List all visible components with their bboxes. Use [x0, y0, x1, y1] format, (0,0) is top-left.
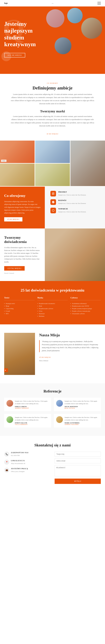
kontakt-section: Skontaktuj się z nami 📞 ZADZWOŃ DO NAS 0…	[0, 436, 105, 492]
misja-image: ★	[4, 333, 35, 375]
co-robimy-readmore[interactable]: IŹ DO WIĘCEJ	[47, 133, 58, 135]
kontakt-form: WYŚLIJ	[55, 452, 101, 484]
co-robimy-tag: CO ROBIMY	[4, 82, 101, 84]
hero-img-2	[67, 8, 83, 23]
hamburger-icon[interactable]	[98, 2, 101, 4]
service-wsparcie: WSPARCIE Sample text. Click to select th…	[50, 208, 101, 213]
ref-text-4: Sample text. Click to select the Test bo…	[65, 416, 99, 421]
list-item: Projekt cyfrowy transakcyjny	[70, 310, 101, 312]
list-item: SEO	[4, 312, 35, 315]
portfolio-item-1[interactable]: Colors	[0, 140, 35, 163]
list-item: Ilustracje	[37, 312, 68, 315]
experience-section: Tworzymy doświadczenia Ut tellus element…	[0, 228, 105, 281]
service-projekt-title: PROJEKT	[58, 191, 86, 193]
experience-btn[interactable]: CZYTAJ WIĘCEJ	[4, 266, 25, 270]
kontakt-phone: 📞 ZADZWOŃ DO NAS 012-345-6789	[4, 452, 50, 457]
kontakt-phone-text: ZADZWOŃ DO NAS 012-345-6789	[11, 452, 28, 457]
portfolio-grid: Colors	[0, 140, 105, 187]
service-wsparcie-desc: Sample text. Click to select the Test El…	[58, 211, 86, 213]
kontakt-jobs-label: JESTEŚMY PRACĄ	[11, 468, 28, 470]
experience-title: Tworzymy doświadczenia	[4, 236, 41, 244]
ref-name-3: EFREN SALLUM	[15, 422, 49, 424]
section-25: 25 lat doświadczenia w projektowaniu Tre…	[0, 281, 105, 324]
jobs-icon: 💼	[4, 468, 9, 473]
referencje-title: Referencje	[4, 389, 101, 394]
portfolio-item-4[interactable]	[35, 164, 70, 186]
projekt-icon	[50, 191, 56, 196]
ref-content-2: Sample text. Click to select the Test bo…	[65, 400, 99, 409]
list-item: Strategia treści	[4, 302, 35, 305]
hero-img-3	[81, 18, 102, 39]
co-robimy-h3: Tworzymy marki	[4, 110, 101, 113]
list-item: Projekt systemu korporacyjnego	[70, 307, 101, 310]
kontakt-location: 📍 LOKALIZACJA Aleja Jerozolimskie 44	[4, 460, 50, 465]
service-rozwoj-title: ROZWÓJ	[58, 199, 86, 202]
ref-content-1: Sample text. Click to select the Test bo…	[15, 400, 49, 409]
kontakt-left: 📞 ZADZWOŃ DO NAS 012-345-6789 📍 LOKALIZA…	[4, 452, 50, 484]
col-cyfrowy: Cyfrowy Architektura informacji Projekto…	[70, 297, 101, 317]
ref-item-3: Sample text. Click to select the Test bo…	[4, 414, 51, 428]
form-submit-button[interactable]: WYŚLIJ	[55, 478, 101, 484]
ref-name-2: NICOL HOFFMAN	[65, 406, 99, 408]
list-item: Reklama	[37, 315, 68, 317]
col-marka: Marka Projektowanie tożsamości Druk Proj…	[37, 297, 68, 317]
ref-text-3: Sample text. Click to select the Test bo…	[15, 416, 49, 421]
ref-title-2: REAL ESTATE	[65, 408, 99, 409]
portfolio-label-1: Colors	[1, 160, 6, 162]
logo: logo	[4, 2, 8, 4]
co-robimy-p1: Lorem ipsum dolor sit amet, consectetur …	[10, 93, 95, 105]
hero-images	[46, 6, 105, 74]
list-item: Utrzymanie cyfrowe	[70, 312, 101, 315]
rozwoj-icon	[50, 199, 56, 205]
misja-readmore[interactable]: IŹ DO WIĘCEJ	[39, 356, 51, 358]
ref-title-4: ADIBISI TEACHER	[65, 424, 99, 425]
service-projekt-content: PROJEKT Sample text. Click to select the…	[58, 191, 86, 196]
list-item: Projektowanie tożsamości	[37, 302, 68, 305]
location-icon: 📍	[4, 460, 9, 465]
service-projekt-desc: Sample text. Click to select the Test El…	[58, 194, 86, 196]
kontakt-location-label: LOKALIZACJA	[11, 460, 25, 462]
form-name-input[interactable]	[55, 452, 101, 457]
co-oferujemy-left: Co oferujemy Stetosamus adipiscing conse…	[0, 187, 45, 228]
ref-avatar-1	[6, 400, 13, 407]
co-robimy-p2: Lorem ipsum dolor sit amet, consectetur …	[10, 115, 95, 127]
ref-title-1: ADIBISI SERWANT	[15, 408, 49, 409]
ref-avatar-2	[56, 400, 63, 407]
co-oferujemy-desc: Stetosamus adipiscing consectetur. Eu en…	[4, 200, 41, 214]
nav-item-1[interactable]: —	[52, 2, 53, 4]
ref-avatar-4	[56, 416, 63, 423]
section-25-title: 25 lat doświadczenia w projektowaniu	[4, 288, 101, 292]
form-message-input[interactable]	[55, 465, 101, 476]
misja-content: Nasza Misja "Przetarg czy to autentyczne…	[39, 333, 101, 362]
hero-section: Q Jesteśmy najlepszym studiem kreatywnym…	[0, 6, 105, 74]
list-item: Projektowanie cyfrowe	[37, 307, 68, 310]
hero-circle-accent	[1, 52, 11, 61]
portfolio-item-2[interactable]	[35, 140, 70, 163]
kontakt-title: Skontaktuj się z nami	[4, 443, 101, 448]
experience-author: Dawid | Ireneali	[4, 272, 41, 274]
co-robimy-h2: Definiujemy ambicje	[4, 86, 101, 90]
kontakt-jobs-text: JESTEŚMY PRACĄ Oferty pracy dostępne	[11, 468, 28, 473]
ref-item-2: Sample text. Click to select the Test bo…	[54, 398, 101, 411]
kontakt-phone-label: ZADZWOŃ DO NAS	[11, 452, 28, 454]
ref-title-3: VILLA SERWANT	[15, 424, 49, 425]
service-rozwoj-desc: Sample text. Click to select the Test El…	[58, 202, 86, 205]
kontakt-grid: 📞 ZADZWOŃ DO NAS 012-345-6789 📍 LOKALIZA…	[4, 452, 101, 484]
co-oferujemy-btn[interactable]: IŹ DO WIĘCEJ	[4, 217, 22, 222]
service-rozwoj: ROZWÓJ Sample text. Click to select the …	[50, 199, 101, 205]
form-email-input[interactable]	[55, 458, 101, 464]
hero-img-4	[55, 37, 71, 54]
ref-content-4: Sample text. Click to select the Test bo…	[65, 416, 99, 425]
list-item: Copywriting	[4, 307, 35, 310]
cols-25: Treści Strategia treści Blogi Copywritin…	[4, 297, 101, 317]
form-row-message	[55, 465, 101, 477]
service-wsparcie-content: WSPARCIE Sample text. Click to select th…	[58, 208, 86, 213]
service-projekt: PROJEKT Sample text. Click to select the…	[50, 191, 101, 196]
experience-desc: Ut tellus elementum sagittis vitae et le…	[4, 246, 41, 263]
kontakt-location-value: Aleja Jerozolimskie 44	[11, 462, 25, 465]
list-item: Architektura informacji	[70, 302, 101, 305]
kontakt-jobs: 💼 JESTEŚMY PRACĄ Oferty pracy dostępne	[4, 468, 50, 473]
co-oferujemy-right: PROJEKT Sample text. Click to select the…	[45, 187, 105, 228]
portfolio-item-3[interactable]	[0, 164, 35, 186]
portfolio-item-big[interactable]	[70, 140, 105, 186]
